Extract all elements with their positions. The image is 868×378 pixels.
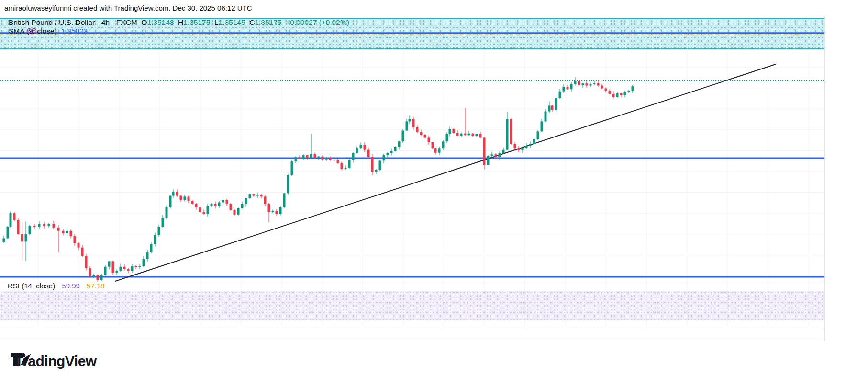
- rsi-indicator-name[interactable]: RSI (14, close): [8, 282, 55, 290]
- order-block-label[interactable]: OB: [26, 26, 37, 34]
- rsi-indicator-legend[interactable]: RSI (14, close) 59.99 57.18: [8, 282, 105, 290]
- candles[interactable]: [3, 77, 634, 282]
- change-readout: +0.00027 (+0.02%): [286, 18, 349, 26]
- symbol-title[interactable]: British Pound / U.S. Dollar · 4h · FXCM: [9, 18, 137, 26]
- rsi-value: 59.99: [62, 282, 80, 290]
- tradingview-logo[interactable]: TradingView: [11, 351, 97, 371]
- sma-indicator-value: 1.35023: [61, 27, 88, 35]
- rsi-ma-value: 57.18: [87, 282, 105, 290]
- chart-plot[interactable]: [0, 0, 868, 378]
- trendline-drawing[interactable]: [115, 64, 776, 281]
- chart-window: amiraoluwaseyifunmi created with Trading…: [0, 0, 868, 378]
- sma-indicator-legend[interactable]: SMA (9, close) 1.35023: [9, 27, 88, 35]
- ohlc-readout: O1.35148 H1.35175 L1.35145 C1.35175 +0.0…: [139, 18, 349, 26]
- attribution-bar: amiraoluwaseyifunmi created with Trading…: [4, 4, 252, 12]
- price-scale[interactable]: [824, 17, 868, 341]
- pane-divider[interactable]: [0, 280, 824, 280]
- price-scale-border: [824, 17, 825, 341]
- symbol-header[interactable]: British Pound / U.S. Dollar · 4h · FXCM …: [9, 18, 349, 27]
- time-axis[interactable]: [0, 327, 824, 341]
- tradingview-logo-icon: [11, 351, 31, 367]
